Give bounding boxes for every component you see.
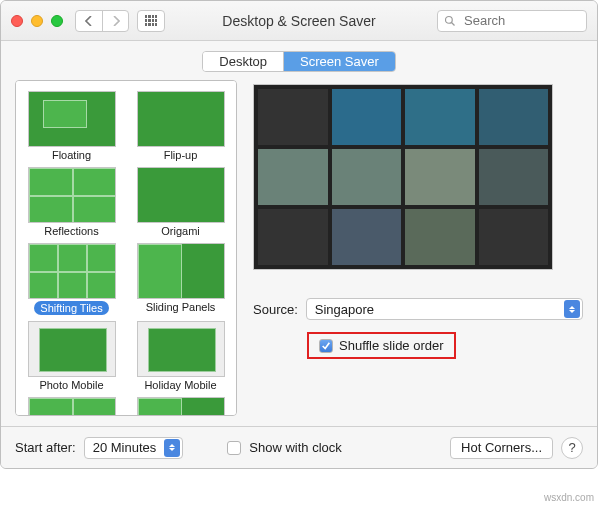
updown-icon	[164, 439, 180, 457]
shuffle-label: Shuffle slide order	[339, 338, 444, 353]
search-input[interactable]	[462, 12, 580, 29]
source-label: Source:	[253, 302, 298, 317]
saver-label: Holiday Mobile	[131, 379, 230, 391]
saver-holiday-mobile[interactable]: Holiday Mobile	[131, 321, 230, 391]
saver-extra-1[interactable]	[22, 397, 121, 416]
screensaver-preview[interactable]	[253, 84, 553, 270]
saver-flip-up[interactable]: Flip-up	[131, 91, 230, 161]
minimize-icon[interactable]	[31, 15, 43, 27]
help-icon: ?	[568, 440, 575, 455]
saver-photo-mobile[interactable]: Photo Mobile	[22, 321, 121, 391]
forward-button[interactable]	[102, 11, 128, 31]
right-pane: Source: Singapore Shuffle slide order	[253, 80, 583, 416]
footer: Start after: 20 Minutes Show with clock …	[1, 426, 597, 468]
saver-reflections[interactable]: Reflections	[22, 167, 121, 237]
saver-label: Flip-up	[131, 149, 230, 161]
saver-label: Floating	[22, 149, 121, 161]
source-value: Singapore	[315, 302, 374, 317]
watermark: wsxdn.com	[544, 492, 594, 503]
tab-bar: Desktop Screen Saver	[1, 41, 597, 80]
help-button[interactable]: ?	[561, 437, 583, 459]
grid-icon	[145, 15, 157, 27]
saver-label: Shifting Tiles	[34, 301, 108, 315]
saver-label: Reflections	[22, 225, 121, 237]
show-all-button[interactable]	[137, 10, 165, 32]
start-after-select[interactable]: 20 Minutes	[84, 437, 184, 459]
hot-corners-label: Hot Corners...	[461, 440, 542, 455]
updown-icon	[564, 300, 580, 318]
close-icon[interactable]	[11, 15, 23, 27]
saver-label: Origami	[131, 225, 230, 237]
saver-floating[interactable]: Floating	[22, 91, 121, 161]
window-controls	[11, 15, 63, 27]
start-after-label: Start after:	[15, 440, 76, 455]
shuffle-checkbox[interactable]	[319, 339, 333, 353]
screensaver-list[interactable]: Floating Flip-up Reflections Origami Shi…	[15, 80, 237, 416]
back-button[interactable]	[76, 11, 102, 31]
search-icon	[444, 15, 456, 27]
shuffle-row: Shuffle slide order	[307, 332, 456, 359]
start-after-value: 20 Minutes	[93, 440, 157, 455]
nav-back-forward	[75, 10, 129, 32]
titlebar: Desktop & Screen Saver	[1, 1, 597, 41]
saver-origami[interactable]: Origami	[131, 167, 230, 237]
source-select[interactable]: Singapore	[306, 298, 583, 320]
saver-label: Sliding Panels	[131, 301, 230, 313]
svg-line-1	[452, 22, 455, 25]
svg-point-0	[446, 16, 453, 23]
saver-label: Photo Mobile	[22, 379, 121, 391]
show-with-clock-checkbox[interactable]	[227, 441, 241, 455]
zoom-icon[interactable]	[51, 15, 63, 27]
tab-desktop[interactable]: Desktop	[203, 52, 283, 71]
saver-sliding-panels[interactable]: Sliding Panels	[131, 243, 230, 315]
saver-extra-2[interactable]	[131, 397, 230, 416]
content-body: Floating Flip-up Reflections Origami Shi…	[1, 80, 597, 416]
search-field[interactable]	[437, 10, 587, 32]
saver-shifting-tiles[interactable]: Shifting Tiles	[22, 243, 121, 315]
prefpane-window: Desktop & Screen Saver Desktop Screen Sa…	[0, 0, 598, 469]
hot-corners-button[interactable]: Hot Corners...	[450, 437, 553, 459]
show-with-clock-label: Show with clock	[249, 440, 341, 455]
source-row: Source: Singapore	[253, 298, 583, 320]
tab-screen-saver[interactable]: Screen Saver	[283, 52, 395, 71]
